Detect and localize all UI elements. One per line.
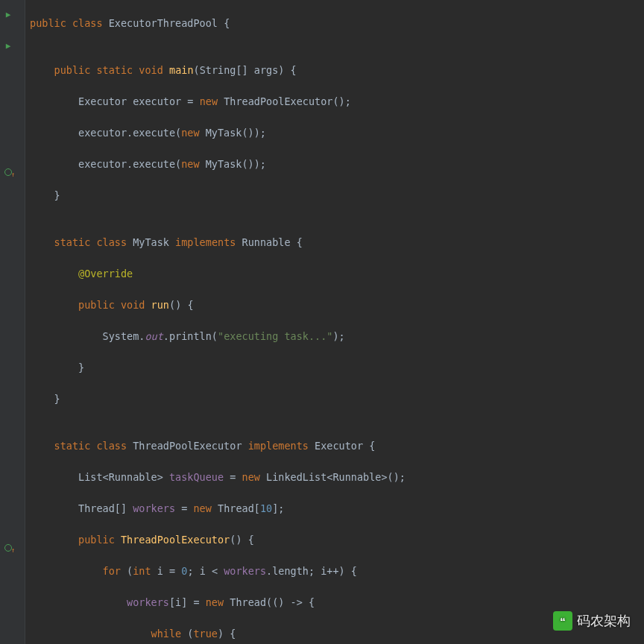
code-line: public ThreadPoolExecutor() { bbox=[30, 532, 644, 548]
wechat-icon: “ bbox=[553, 611, 572, 631]
code-line: @Override bbox=[30, 266, 644, 282]
code-line: } bbox=[30, 188, 644, 203]
code-line: System.out.println("executing task..."); bbox=[30, 329, 644, 344]
code-line: } bbox=[30, 391, 644, 407]
run-icon[interactable]: ▶ bbox=[3, 9, 13, 19]
code-line: workers[i] = new Thread(() -> { bbox=[30, 595, 644, 610]
code-line: executor.execute(new MyTask()); bbox=[30, 157, 644, 172]
code-line: Executor executor = new ThreadPoolExecut… bbox=[30, 94, 644, 110]
override-icon[interactable] bbox=[3, 167, 13, 177]
code-line: static class ThreadPoolExecutor implemen… bbox=[30, 438, 644, 454]
code-line: public class ExecutorThreadPool { bbox=[30, 16, 644, 31]
code-line: while (true) { bbox=[30, 626, 644, 642]
watermark: “ 码农架构 bbox=[553, 611, 631, 631]
code-line: Thread[] workers = new Thread[10]; bbox=[30, 501, 644, 517]
code-line: for (int i = 0; i < workers.length; i++)… bbox=[30, 564, 644, 579]
code-line: public static void main(String[] args) { bbox=[30, 63, 644, 78]
code-line: executor.execute(new MyTask()); bbox=[30, 125, 644, 141]
code-line: static class MyTask implements Runnable … bbox=[30, 235, 644, 250]
editor-gutter: ▶ ▶ bbox=[0, 0, 25, 644]
run-main-icon[interactable]: ▶ bbox=[3, 40, 13, 51]
watermark-text: 码农架构 bbox=[577, 613, 631, 629]
code-line: } bbox=[30, 360, 644, 376]
code-line: public void run() { bbox=[30, 297, 644, 313]
override-icon[interactable] bbox=[3, 543, 13, 553]
code-line: List<Runnable> taskQueue = new LinkedLis… bbox=[30, 470, 644, 485]
code-editor[interactable]: public class ExecutorThreadPool { public… bbox=[25, 0, 644, 644]
